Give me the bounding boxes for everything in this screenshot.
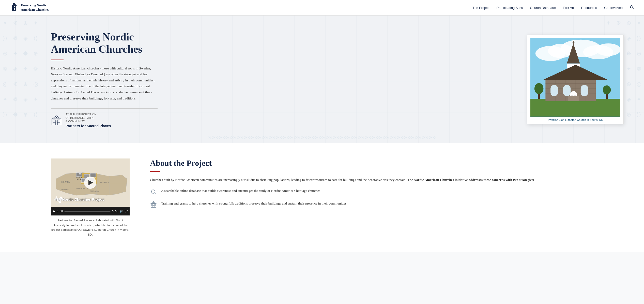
video-title-overlay: The Nordic Churches Project <box>55 197 104 202</box>
hero-title: Preserving Nordic American Churches <box>51 31 158 55</box>
svg-text:NEBRASKA: NEBRASKA <box>90 190 99 192</box>
svg-point-19 <box>596 44 620 56</box>
about-intro-text: Churches built by Nordic American commun… <box>150 177 624 183</box>
svg-text:MONTANA: MONTANA <box>61 181 70 183</box>
video-controls: ▶ 0:00 5:58 🔊 ⛶ <box>51 207 130 215</box>
nav-link-folkart[interactable]: Folk Art <box>563 6 574 10</box>
about-title-divider <box>150 171 160 172</box>
about-text-block: About the Project Churches built by Nord… <box>150 158 624 208</box>
svg-rect-12 <box>57 120 60 122</box>
hero-body-text: Historic Nordic American churches (those… <box>51 65 158 102</box>
nav-link-database[interactable]: Church Database <box>530 6 556 10</box>
site-logo[interactable]: Preserving NordicAmerican Churches <box>10 3 49 12</box>
logo-text: Preserving NordicAmerican Churches <box>21 3 49 12</box>
svg-rect-75 <box>153 206 154 208</box>
nav-links: The Project Participating Sites Church D… <box>472 5 634 10</box>
strategy-1-text: A searchable online database that builds… <box>161 188 320 194</box>
building-strategy-icon <box>150 201 157 208</box>
svg-marker-1 <box>12 3 17 6</box>
nav-link-getinvolved[interactable]: Get Involved <box>604 6 623 10</box>
svg-rect-40 <box>568 96 579 101</box>
svg-rect-20 <box>530 99 620 116</box>
svg-text:WYOMING: WYOMING <box>61 189 69 191</box>
hero-text-block: Preserving Nordic American Churches Hist… <box>51 31 158 128</box>
hero-title-divider <box>51 60 64 60</box>
navigation: Preserving NordicAmerican Churches The P… <box>0 0 644 16</box>
nav-link-project[interactable]: The Project <box>472 6 489 10</box>
nav-link-participating[interactable]: Participating Sites <box>497 6 523 10</box>
about-title: About the Project <box>150 158 624 168</box>
hero-section: ✦❋⊕✦ ⟩⟩❁◈⟩⟩ ⊕✦❋⊕ ❁◈✦❁ ◎❋⊕◎ ✦❁◈✦ ⟩⟩❋⊕⟩⟩ ✦… <box>0 16 644 143</box>
svg-rect-34 <box>550 85 558 96</box>
svg-line-7 <box>633 8 634 9</box>
partner-logo-icon <box>51 115 62 126</box>
svg-point-71 <box>151 190 155 193</box>
fullscreen-icon[interactable]: ⛶ <box>125 210 128 213</box>
video-progress-bar[interactable] <box>64 211 111 212</box>
left-pattern: ✦❋⊕✦ ⟩⟩❁◈⟩⟩ ⊕✦❋⊕ ❁◈✦❁ ◎❋⊕◎ ✦❁◈✦ ⟩⟩❋⊕⟩⟩ <box>0 16 41 143</box>
video-block: MONTANA NORTH DAKOTA SOUTH DAKOTA NEBRAS… <box>51 158 130 237</box>
svg-point-44 <box>603 85 611 95</box>
nav-link-resources[interactable]: Resources <box>581 6 597 10</box>
svg-text:NORTH: NORTH <box>76 176 82 178</box>
logo-icon <box>10 3 18 12</box>
svg-rect-35 <box>563 85 571 96</box>
about-strategy-2: Training and grants to help churches wit… <box>150 200 624 208</box>
svg-point-6 <box>630 6 633 8</box>
search-strategy-icon <box>150 188 157 195</box>
svg-point-42 <box>534 83 544 94</box>
volume-icon[interactable]: 🔊 <box>120 210 123 213</box>
video-current-time: 0:00 <box>57 210 63 213</box>
svg-rect-5 <box>14 6 15 7</box>
about-strategies-list: A searchable online database that builds… <box>150 188 624 208</box>
svg-rect-10 <box>55 122 57 125</box>
search-icon[interactable] <box>630 5 634 10</box>
play-icon <box>88 180 93 185</box>
svg-line-72 <box>155 193 156 194</box>
strategy-2-text: Training and grants to help churches wit… <box>161 200 347 207</box>
video-caption: Partners for Sacred Places collaborated … <box>51 218 130 237</box>
partner-block: AT THE INTERSECTION OF HERITAGE, FAITH, … <box>51 108 158 128</box>
video-url-overlay: www.nordicamericanchurches.org <box>55 203 89 205</box>
about-section: MONTANA NORTH DAKOTA SOUTH DAKOTA NEBRAS… <box>0 143 644 252</box>
church-photo-caption: Swedish Zion Lutheran Church in Souris, … <box>530 117 620 122</box>
svg-text:MINNESOTA: MINNESOTA <box>100 181 109 183</box>
partner-name: Partners for Sacred Places <box>66 124 111 128</box>
play-button[interactable] <box>84 177 96 189</box>
svg-text:SOUTH DAKOTA: SOUTH DAKOTA <box>76 188 88 189</box>
video-duration: 5:58 <box>112 210 118 213</box>
about-strategy-1: A searchable online database that builds… <box>150 188 624 195</box>
svg-rect-3 <box>14 8 15 10</box>
svg-rect-36 <box>581 85 588 96</box>
arrow-pattern: »»»»»»»»»»»»»»»»»»»»»»»»»»»»»»»»»»»»»»»»… <box>0 131 644 143</box>
church-photo <box>530 38 620 117</box>
video-play-button[interactable]: ▶ <box>53 209 55 213</box>
church-image-card: Swedish Zion Lutheran Church in Souris, … <box>527 35 624 124</box>
svg-rect-4 <box>13 7 16 7</box>
partner-text: AT THE INTERSECTION OF HERITAGE, FAITH, … <box>66 113 111 128</box>
svg-text:DAKOTA: DAKOTA <box>77 178 83 180</box>
svg-rect-11 <box>53 120 55 122</box>
svg-rect-13 <box>56 117 57 118</box>
video-thumbnail[interactable]: MONTANA NORTH DAKOTA SOUTH DAKOTA NEBRAS… <box>51 158 130 207</box>
